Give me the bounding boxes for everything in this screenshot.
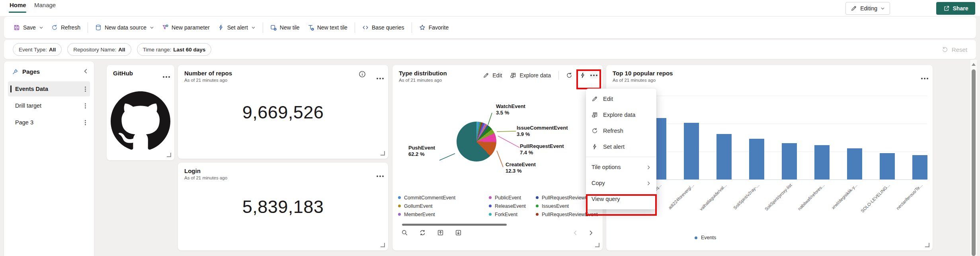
legend-dot bbox=[398, 213, 401, 216]
table-search-icon bbox=[510, 72, 516, 79]
chevron-right-icon bbox=[646, 181, 651, 185]
pie-chart[interactable] bbox=[457, 122, 496, 161]
refresh-button[interactable]: Refresh bbox=[47, 22, 84, 33]
search-icon[interactable] bbox=[401, 229, 408, 236]
new-tile-button[interactable]: New tile bbox=[266, 22, 304, 33]
tile-title: Number of repos bbox=[184, 70, 382, 77]
legend-item[interactable]: ForkEvent bbox=[489, 210, 536, 219]
page-next-icon[interactable] bbox=[588, 230, 594, 236]
legend-item[interactable]: CommitCommentEvent bbox=[398, 193, 489, 202]
scroll-up-arrow-icon[interactable] bbox=[972, 63, 976, 66]
tab-home[interactable]: Home bbox=[10, 2, 26, 8]
save-button[interactable]: Save bbox=[10, 22, 47, 33]
set-alert-button[interactable]: Set alert bbox=[214, 22, 260, 33]
reset-filters-button[interactable]: Reset bbox=[942, 46, 967, 53]
filter-repository-name[interactable]: Repository Name: All bbox=[67, 43, 131, 56]
pencil-icon bbox=[851, 5, 857, 12]
filter-time-range[interactable]: Time range: Last 60 days bbox=[137, 43, 212, 56]
toolbar-divider bbox=[263, 22, 263, 33]
bar[interactable] bbox=[814, 145, 830, 179]
legend-horizontal-scrollbar[interactable] bbox=[402, 224, 507, 226]
new-parameter-label: New parameter bbox=[172, 24, 210, 31]
menu-item-refresh[interactable]: Refresh bbox=[586, 123, 656, 139]
tile-explore-data-button[interactable]: Explore data bbox=[506, 70, 554, 81]
bar[interactable] bbox=[880, 153, 895, 179]
page-previous-icon[interactable] bbox=[572, 230, 578, 236]
bar[interactable] bbox=[847, 148, 862, 179]
database-icon bbox=[95, 24, 102, 31]
menu-item-edit[interactable]: Edit bbox=[586, 91, 656, 107]
favorite-button[interactable]: Favorite bbox=[415, 22, 453, 33]
bar[interactable] bbox=[782, 143, 797, 179]
tile-resize-handle[interactable] bbox=[595, 243, 599, 247]
bar[interactable] bbox=[684, 123, 699, 179]
legend-label: IssuesEvent bbox=[542, 203, 569, 209]
bar[interactable] bbox=[716, 134, 732, 179]
kebab-menu-icon[interactable] bbox=[85, 105, 86, 106]
toolbar-divider bbox=[88, 22, 88, 33]
tile-more-options-button[interactable] bbox=[379, 171, 381, 179]
tile-header: Number of repos As of 21 minutes ago bbox=[184, 70, 382, 83]
active-tab-underline bbox=[9, 12, 26, 13]
tab-manage[interactable]: Manage bbox=[34, 2, 56, 8]
cycle-arrows-icon[interactable] bbox=[419, 229, 426, 236]
tile-more-options-button[interactable] bbox=[166, 72, 167, 79]
set-alert-label: Set alert bbox=[227, 24, 248, 31]
collapse-sidebar-button[interactable] bbox=[83, 68, 88, 75]
reset-label: Reset bbox=[952, 46, 967, 53]
tile-resize-handle[interactable] bbox=[925, 243, 929, 247]
editing-mode-dropdown[interactable]: Editing bbox=[845, 2, 890, 15]
base-queries-button[interactable]: Base queries bbox=[358, 22, 408, 33]
box-arrow-up-icon[interactable] bbox=[437, 229, 444, 236]
sidebar-item-label: Events Data bbox=[15, 86, 48, 92]
pie-label-pullrequestevent: PullRequestEvent7.4 % bbox=[520, 143, 564, 156]
code-icon bbox=[362, 24, 369, 31]
tile-resize-handle[interactable] bbox=[381, 151, 385, 156]
refresh-label: Refresh bbox=[61, 24, 80, 31]
legend-item[interactable]: ReleaseEvent bbox=[489, 202, 536, 210]
tile-edit-button[interactable]: Edit bbox=[479, 70, 506, 81]
bar-category-label: SoliSpirit/proxy-list bbox=[764, 183, 793, 211]
menu-item-explore-data[interactable]: Explore data bbox=[586, 107, 656, 123]
base-queries-label: Base queries bbox=[372, 24, 404, 31]
tile-type-distribution: Type distribution As of 21 minutes ago E… bbox=[392, 65, 603, 250]
filter-label: Event Type: bbox=[19, 47, 47, 53]
legend-item[interactable]: PublicEvent bbox=[489, 193, 536, 202]
x-axis-line bbox=[618, 179, 927, 180]
new-data-source-button[interactable]: New data source bbox=[91, 22, 158, 33]
new-parameter-button[interactable]: New parameter bbox=[158, 22, 214, 33]
sidebar-item-page-3[interactable]: Page 3 bbox=[8, 115, 90, 130]
kebab-menu-icon[interactable] bbox=[85, 89, 86, 90]
new-text-tile-button[interactable]: New text tile bbox=[304, 22, 351, 33]
tile-refresh-button[interactable] bbox=[563, 70, 576, 81]
vertical-scrollbar[interactable] bbox=[970, 60, 977, 256]
bar[interactable] bbox=[912, 155, 927, 179]
tile-resize-handle[interactable] bbox=[167, 153, 171, 157]
sidebar-item-drill-target[interactable]: Drill target bbox=[8, 98, 90, 113]
legend-item[interactable]: GollumEvent bbox=[398, 202, 489, 210]
filter-bar: Event Type: All Repository Name: All Tim… bbox=[4, 40, 976, 59]
text-tile-plus-icon bbox=[308, 24, 314, 31]
kebab-menu-icon[interactable] bbox=[85, 122, 86, 123]
refresh-icon bbox=[592, 128, 598, 134]
legend-item[interactable]: MemberEvent bbox=[398, 210, 489, 219]
scrollbar-thumb[interactable] bbox=[972, 69, 976, 256]
menu-item-copy[interactable]: Copy bbox=[586, 175, 656, 191]
bar-chart-legend[interactable]: Events bbox=[695, 235, 716, 240]
info-icon[interactable] bbox=[359, 71, 366, 79]
bar[interactable] bbox=[749, 139, 764, 179]
legend-dot bbox=[398, 205, 401, 207]
sidebar-title: Pages bbox=[22, 68, 40, 75]
filter-event-type[interactable]: Event Type: All bbox=[13, 43, 62, 56]
legend-label: MemberEvent bbox=[404, 212, 435, 217]
share-button[interactable]: Share bbox=[936, 2, 975, 15]
toolbar-divider bbox=[355, 22, 355, 33]
sidebar-item-events-data[interactable]: Events Data bbox=[8, 81, 90, 96]
stat-value: 9,669,526 bbox=[178, 102, 388, 123]
lightning-icon bbox=[592, 144, 598, 150]
tile-more-options-button[interactable] bbox=[379, 74, 381, 81]
box-arrow-down-icon[interactable] bbox=[455, 229, 462, 236]
tile-resize-handle[interactable] bbox=[381, 243, 385, 247]
menu-item-tile-options[interactable]: Tile options bbox=[586, 159, 656, 175]
menu-item-set-alert[interactable]: Set alert bbox=[586, 139, 656, 155]
